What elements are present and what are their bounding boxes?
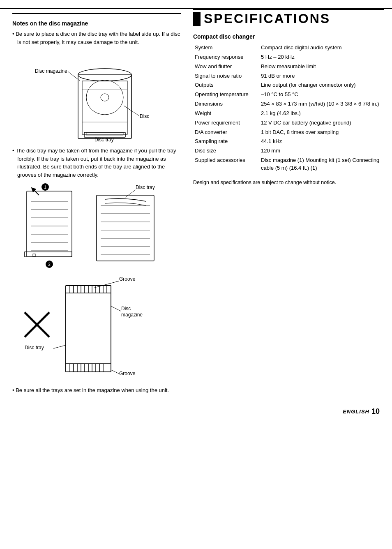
- bullet-1: • Be sure to place a disc on the disc tr…: [12, 30, 181, 46]
- svg-rect-10: [86, 132, 123, 135]
- spec-label: D/A converter: [193, 128, 257, 137]
- spec-value: 120 mm: [257, 146, 384, 156]
- svg-rect-4: [82, 81, 127, 134]
- spec-value: Below measurable limit: [257, 62, 384, 72]
- left-column: Notes on the disc magazine • Be sure to …: [0, 9, 189, 399]
- svg-point-6: [101, 94, 109, 101]
- svg-rect-14: [27, 191, 72, 257]
- spec-label: Outputs: [193, 81, 257, 90]
- spec-header-block: [193, 12, 201, 26]
- bullet-3: • Be sure all the trays are set in the m…: [12, 386, 181, 394]
- spec-row: Frequency response5 Hz – 20 kHz: [193, 53, 384, 62]
- spec-value: –10 °C to 55 °C: [257, 90, 384, 99]
- spec-label: Sampling rate: [193, 137, 257, 146]
- spec-value: Line output (for changer connector only): [257, 81, 384, 90]
- svg-rect-2: [78, 75, 131, 138]
- footer-language: ENGLISH: [343, 408, 369, 415]
- spec-label: Wow and flutter: [193, 62, 257, 72]
- spec-label: Frequency response: [193, 53, 257, 62]
- spec-value: 5 Hz – 20 kHz: [257, 53, 384, 62]
- svg-text:Groove: Groove: [119, 276, 136, 282]
- spec-label: Dimensions: [193, 99, 257, 109]
- groove-diagram-illustration: Groove: [12, 273, 181, 382]
- svg-text:Disc tray: Disc tray: [95, 137, 114, 143]
- svg-point-5: [86, 80, 123, 115]
- footer: ENGLISH 10: [0, 403, 392, 420]
- svg-text:2: 2: [48, 262, 51, 267]
- spec-value: 12 V DC car battery (negative ground): [257, 118, 384, 128]
- spec-label: Weight: [193, 109, 257, 118]
- specifications-table: SystemCompact disc digital audio systemF…: [193, 43, 384, 173]
- design-note: Design and specifications are subject to…: [193, 179, 384, 187]
- spec-label: Disc size: [193, 146, 257, 156]
- svg-rect-24: [25, 252, 72, 257]
- right-section-heading: Compact disc changer: [193, 33, 384, 40]
- disc-tray-reinsertion-illustration: 1 2: [12, 183, 181, 269]
- spec-value: 254 × 83 × 173 mm (w/h/d) (10 × 3 3/8 × …: [257, 99, 384, 109]
- bullet-2: • The disc tray may be taken off from th…: [12, 147, 181, 179]
- spec-row: Sampling rate44.1 kHz: [193, 137, 384, 146]
- left-section-heading: Notes on the disc magazine: [12, 20, 181, 27]
- svg-line-29: [125, 190, 136, 197]
- svg-text:Disc tray: Disc tray: [136, 185, 155, 190]
- svg-text:Disc: Disc: [140, 113, 149, 119]
- svg-text:magazine: magazine: [121, 312, 143, 318]
- svg-line-70: [53, 345, 66, 348]
- specifications-header: SPECIFICATIONS: [193, 9, 384, 28]
- spec-row: Disc size120 mm: [193, 146, 384, 156]
- spec-label: System: [193, 43, 257, 53]
- spec-value: 44.1 kHz: [257, 137, 384, 146]
- spec-value: 91 dB or more: [257, 72, 384, 81]
- spec-row: SystemCompact disc digital audio system: [193, 43, 384, 53]
- spec-value: Compact disc digital audio system: [257, 43, 384, 53]
- spec-row: Power requirement12 V DC car battery (ne…: [193, 118, 384, 128]
- spec-label: Power requirement: [193, 118, 257, 128]
- spec-row: OutputsLine output (for changer connecto…: [193, 81, 384, 90]
- spec-row: Supplied accessoriesDisc magazine (1) Mo…: [193, 156, 384, 173]
- spec-row: Dimensions254 × 83 × 173 mm (w/h/d) (10 …: [193, 99, 384, 109]
- spec-value: Disc magazine (1) Mounting kit (1 set) C…: [257, 156, 384, 173]
- svg-text:Groove: Groove: [119, 371, 136, 376]
- spec-value: 2.1 kg (4.62 lbs.): [257, 109, 384, 118]
- spec-label: Signal to noise ratio: [193, 72, 257, 81]
- svg-text:Disc: Disc: [121, 306, 131, 311]
- spec-row: Wow and flutterBelow measurable limit: [193, 62, 384, 72]
- svg-text:Disc tray: Disc tray: [25, 345, 44, 351]
- footer-page-number: 10: [371, 407, 380, 416]
- page-title: SPECIFICATIONS: [204, 12, 330, 26]
- svg-text:1: 1: [44, 185, 46, 189]
- svg-line-68: [111, 306, 121, 311]
- spec-row: D/A converter1 bit DAC, 8 times over sam…: [193, 128, 384, 137]
- svg-rect-42: [66, 286, 111, 372]
- svg-rect-25: [33, 254, 35, 256]
- spec-label: Operating temperature: [193, 90, 257, 99]
- page-container: Notes on the disc magazine • Be sure to …: [0, 0, 392, 549]
- right-column: SPECIFICATIONS Compact disc changer Syst…: [189, 9, 392, 399]
- svg-rect-30: [97, 195, 154, 261]
- spec-row: Weight2.1 kg (4.62 lbs.): [193, 109, 384, 118]
- spec-row: Operating temperature–10 °C to 55 °C: [193, 90, 384, 99]
- svg-text:Disc magazine: Disc magazine: [35, 68, 67, 74]
- spec-value: 1 bit DAC, 8 times over sampling: [257, 128, 384, 137]
- disc-magazine-illustration: Disc magazine: [12, 50, 181, 143]
- spec-row: Signal to noise ratio91 dB or more: [193, 72, 384, 81]
- spec-label: Supplied accessories: [193, 156, 257, 173]
- svg-line-72: [111, 370, 119, 374]
